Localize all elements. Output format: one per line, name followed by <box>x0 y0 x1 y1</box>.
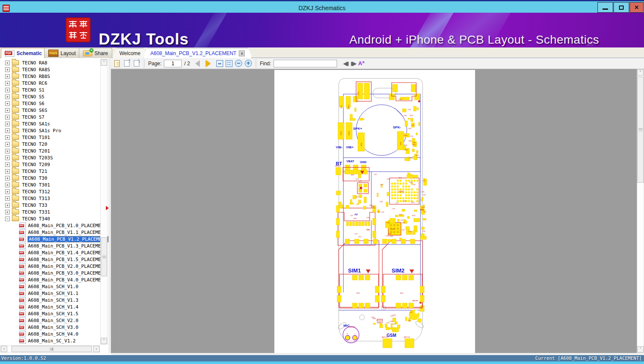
tree-horizontal-scrollbar[interactable]: ‹ › <box>0 345 100 353</box>
scroll-left-icon[interactable]: ‹ <box>1 346 7 352</box>
tree-folder-item[interactable]: +TECNO S7 <box>1 114 108 120</box>
tree-folder-item[interactable]: +TECNO SA1s Pro <box>1 127 108 134</box>
tree-folder-item[interactable]: +TECNO T203S <box>1 154 108 161</box>
expand-icon[interactable]: + <box>5 162 10 167</box>
expand-icon[interactable]: + <box>5 61 10 65</box>
tree-document-item[interactable]: A608_Main_SCH_V1.4 <box>1 303 108 310</box>
expand-icon[interactable]: + <box>5 108 10 113</box>
tree-document-item[interactable]: A608_Main_PCB_V1.0_PLACEMENT <box>1 222 108 229</box>
tree-folder-item[interactable]: +TECNO T331 <box>1 208 108 215</box>
tree-document-item[interactable]: A608_Main_SCH_V1.1 <box>1 290 108 297</box>
rotate-cw-icon[interactable] <box>124 60 130 67</box>
close-button[interactable]: ✕ <box>630 2 644 13</box>
copy-page-icon[interactable] <box>114 60 120 67</box>
tab-welcome[interactable]: Welcome <box>112 48 148 58</box>
tab-document-placement[interactable]: A608_Main_PCB_V1.2_PLACEMENT x <box>143 48 252 58</box>
tab-schematic[interactable]: Schematic <box>1 48 46 58</box>
find-next-icon[interactable]: ▮▶ <box>351 61 356 67</box>
expand-icon[interactable]: + <box>5 94 10 99</box>
tree-document-item[interactable]: A608_Main_PCB_V3.0_PLACEMENT <box>1 270 108 276</box>
scrollbar-thumb[interactable] <box>11 346 92 352</box>
tree-folder-item[interactable]: +TECNO SA1s <box>1 120 108 127</box>
previous-page-button[interactable] <box>195 60 200 67</box>
tree-document-item[interactable]: A608_Main_PCB_V1.3_PLACEMENT <box>1 242 108 249</box>
tree-folder-item[interactable]: +TECNO RA8 <box>1 59 108 66</box>
expand-icon[interactable]: + <box>5 122 10 126</box>
tree-document-item[interactable]: A608_Main_SCH_V2.0 <box>1 317 108 324</box>
scrollbar-thumb[interactable] <box>101 237 107 276</box>
tab-share[interactable]: Share <box>79 48 112 58</box>
tree-document-item[interactable]: A608_Main_PCB_V1.5_PLACEMENT <box>1 256 108 263</box>
document-vertical-scrollbar[interactable]: ˄ ˅ <box>637 69 644 353</box>
tree-folder-item[interactable]: +TECNO RC6 <box>1 80 108 86</box>
splitter-arrow-icon[interactable] <box>106 206 109 210</box>
tree-document-item[interactable]: A608_Main_SCH_V1.0 <box>1 283 108 290</box>
zoom-out-button[interactable]: − <box>235 60 242 67</box>
expand-icon[interactable]: + <box>5 74 10 79</box>
document-viewport[interactable]: C309C310R303R314C323C306L303C304R721R704… <box>111 69 637 353</box>
tree-folder-item[interactable]: +TECNO T313 <box>1 195 108 202</box>
tree-folder-item[interactable]: +TECNO S1 <box>1 86 108 93</box>
zoom-in-button[interactable]: + <box>245 60 252 67</box>
tree-document-item[interactable]: A608_Main_SC_V1.2 <box>1 337 108 344</box>
tab-layout[interactable]: PADS Layout <box>44 48 80 58</box>
tree-folder-item[interactable]: +TECNO T209 <box>1 161 108 168</box>
scroll-down-icon[interactable]: ˅ <box>637 346 644 353</box>
collapse-icon[interactable]: − <box>5 217 10 221</box>
tree-document-item[interactable]: A608_Main_SCH_V1.3 <box>1 297 108 303</box>
find-input[interactable] <box>274 60 337 67</box>
tree-folder-item[interactable]: +TECNO T312 <box>1 188 108 195</box>
next-page-button[interactable] <box>206 60 210 67</box>
minimize-button[interactable] <box>597 2 613 13</box>
tree-folder-item[interactable]: +TECNO T33 <box>1 202 108 208</box>
expand-icon[interactable]: + <box>5 196 10 201</box>
expand-icon[interactable]: + <box>5 101 10 106</box>
tree-document-item[interactable]: A608_Main_SCH_V4.0 <box>1 331 108 337</box>
expand-icon[interactable]: + <box>5 142 10 147</box>
expand-icon[interactable]: + <box>5 189 10 194</box>
tab-close-icon[interactable]: x <box>239 50 245 56</box>
tree-folder-item[interactable]: +TECNO T201 <box>1 147 108 154</box>
tree-folder-item[interactable]: +TECNO S6 <box>1 100 108 107</box>
tree-document-item[interactable]: A608_Main_PCB_V1.4_PLACEMENT <box>1 249 108 256</box>
match-case-icon[interactable]: Aa <box>358 60 364 67</box>
expand-icon[interactable]: + <box>5 210 10 214</box>
expand-icon[interactable]: + <box>5 183 10 187</box>
tree-folder-item[interactable]: +TECNO S6S <box>1 107 108 114</box>
tree-document-item[interactable]: A608_Main_PCB_V1.1_PLACEMENT <box>1 229 108 236</box>
scrollbar-thumb[interactable] <box>637 77 644 183</box>
tree-document-item[interactable]: A608_Main_SCH_V3.0 <box>1 324 108 331</box>
tree-document-item[interactable]: A608_Main_SCH_V1.5 <box>1 310 108 317</box>
scroll-up-icon[interactable]: ˄ <box>637 69 644 76</box>
tree-vertical-scrollbar[interactable]: ˄ ˅ <box>100 59 108 345</box>
scroll-right-icon[interactable]: › <box>93 346 100 352</box>
scroll-up-icon[interactable]: ˄ <box>101 59 107 66</box>
page-number-input[interactable] <box>164 60 182 67</box>
expand-icon[interactable]: + <box>5 169 10 174</box>
tree-folder-item[interactable]: +TECNO T101 <box>1 134 108 141</box>
tree-document-item[interactable]: A608_Main_PCB_V2.0_PLACEMENT <box>1 263 108 270</box>
fit-page-icon[interactable]: ⛶ <box>226 60 232 67</box>
expand-icon[interactable]: + <box>5 128 10 133</box>
find-previous-icon[interactable]: ◀▮ <box>343 61 348 67</box>
expand-icon[interactable]: + <box>5 81 10 86</box>
expand-icon[interactable]: + <box>5 203 10 208</box>
tree-folder-item[interactable]: +TECNO T301 <box>1 181 108 188</box>
rotate-ccw-icon[interactable] <box>134 60 139 67</box>
expand-icon[interactable]: + <box>5 176 10 181</box>
expand-icon[interactable]: + <box>5 88 10 92</box>
tree-document-item[interactable]: A608_Main_PCB_V1.2_PLACEMENT <box>1 236 108 242</box>
tree-folder-item[interactable]: +TECNO T20 <box>1 141 108 147</box>
maximize-button[interactable] <box>614 2 629 13</box>
expand-icon[interactable]: + <box>5 115 10 119</box>
tree-folder-item[interactable]: +TECNO T21 <box>1 168 108 175</box>
fit-width-icon[interactable]: ↔ <box>216 60 223 67</box>
tree-folder-item[interactable]: +TECNO RB8S <box>1 73 108 80</box>
expand-icon[interactable]: + <box>5 156 10 160</box>
tree-document-item[interactable]: A608_Main_PCB_V4.0_PLACEMENT <box>1 276 108 283</box>
tree-folder-item[interactable]: +TECNO RA8S <box>1 66 108 73</box>
tree-folder-item[interactable]: +TECNO T30 <box>1 175 108 181</box>
scroll-down-icon[interactable]: ˅ <box>101 338 107 344</box>
expand-icon[interactable]: + <box>5 149 10 153</box>
expand-icon[interactable]: + <box>5 67 10 72</box>
